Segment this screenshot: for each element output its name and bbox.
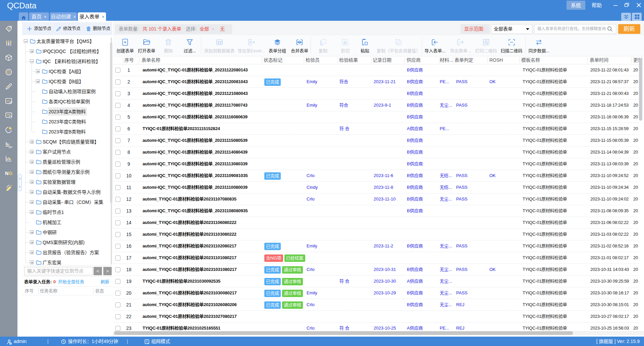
svg-text:N: N [5,171,8,176]
svg-text:G: G [9,171,12,176]
svg-text:CPK: CPK [9,146,12,148]
